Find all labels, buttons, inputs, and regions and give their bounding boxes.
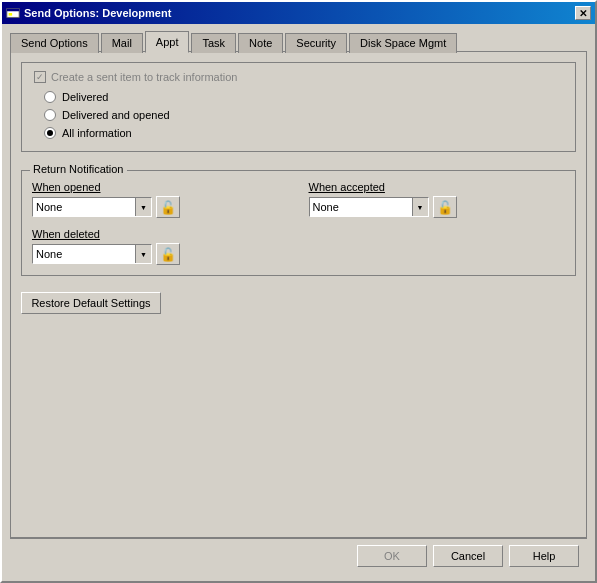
tab-bar: Send Options Mail Appt Task Note Securit… [10,30,587,52]
when-opened-dropdown[interactable]: None ▼ [32,197,152,217]
tracking-box: ✓ Create a sent item to track informatio… [21,62,576,152]
radio-delivered-label: Delivered [62,91,108,103]
when-accepted-row: None ▼ 🔓 [309,196,566,218]
tab-panel-appt: ✓ Create a sent item to track informatio… [10,51,587,538]
tab-send-options[interactable]: Send Options [10,33,99,53]
tracking-checkbox-row: ✓ Create a sent item to track informatio… [34,71,563,83]
radio-delivered-opened-btn[interactable] [44,109,56,121]
tab-disk-space[interactable]: Disk Space Mgmt [349,33,457,53]
when-deleted-lock[interactable]: 🔓 [156,243,180,265]
when-accepted-value: None [310,201,412,213]
when-deleted-label: When deleted [32,228,289,240]
dialog-buttons: OK Cancel Help [10,538,587,573]
restore-default-button[interactable]: Restore Default Settings [21,292,161,314]
tab-appt[interactable]: Appt [145,31,190,53]
when-deleted-row: None ▼ 🔓 [32,243,289,265]
main-window: Send Options: Development ✕ Send Options… [0,0,597,583]
ok-button[interactable]: OK [357,545,427,567]
close-button[interactable]: ✕ [575,6,591,20]
tab-task[interactable]: Task [191,33,236,53]
when-accepted-dropdown[interactable]: None ▼ [309,197,429,217]
tracking-checkbox: ✓ [34,71,46,83]
title-bar-left: Send Options: Development [6,6,171,20]
when-deleted-arrow[interactable]: ▼ [135,244,151,264]
radio-delivered-opened[interactable]: Delivered and opened [44,109,563,121]
bottom-area: Restore Default Settings [21,292,576,314]
when-opened-lock[interactable]: 🔓 [156,196,180,218]
radio-all-info[interactable]: All information [44,127,563,139]
return-notification-label: Return Notification [30,163,127,175]
when-accepted-field: When accepted None ▼ 🔓 [309,181,566,218]
when-accepted-arrow[interactable]: ▼ [412,197,428,217]
window-icon [6,6,20,20]
radio-all-info-btn[interactable] [44,127,56,139]
when-opened-row: None ▼ 🔓 [32,196,289,218]
when-accepted-label: When accepted [309,181,566,193]
radio-all-info-label: All information [62,127,132,139]
tab-security[interactable]: Security [285,33,347,53]
content-area: Send Options Mail Appt Task Note Securit… [2,24,595,581]
when-deleted-value: None [33,248,135,260]
radio-delivered-btn[interactable] [44,91,56,103]
when-opened-label: When opened [32,181,289,193]
svg-rect-1 [7,9,19,12]
return-notification-group: Return Notification When opened None ▼ 🔓 [21,170,576,276]
tab-mail[interactable]: Mail [101,33,143,53]
radio-delivered-opened-label: Delivered and opened [62,109,170,121]
when-accepted-lock[interactable]: 🔓 [433,196,457,218]
tracking-label: Create a sent item to track information [51,71,237,83]
radio-group: Delivered Delivered and opened All infor… [34,91,563,139]
when-opened-value: None [33,201,135,213]
title-bar: Send Options: Development ✕ [2,2,595,24]
when-opened-field: When opened None ▼ 🔓 [32,181,289,218]
help-button[interactable]: Help [509,545,579,567]
return-notification-grid: When opened None ▼ 🔓 When accepted [32,177,565,265]
tab-note[interactable]: Note [238,33,283,53]
window-title: Send Options: Development [24,7,171,19]
when-deleted-field: When deleted None ▼ 🔓 [32,228,289,265]
cancel-button[interactable]: Cancel [433,545,503,567]
when-deleted-dropdown[interactable]: None ▼ [32,244,152,264]
radio-delivered[interactable]: Delivered [44,91,563,103]
when-opened-arrow[interactable]: ▼ [135,197,151,217]
svg-rect-2 [9,13,13,16]
